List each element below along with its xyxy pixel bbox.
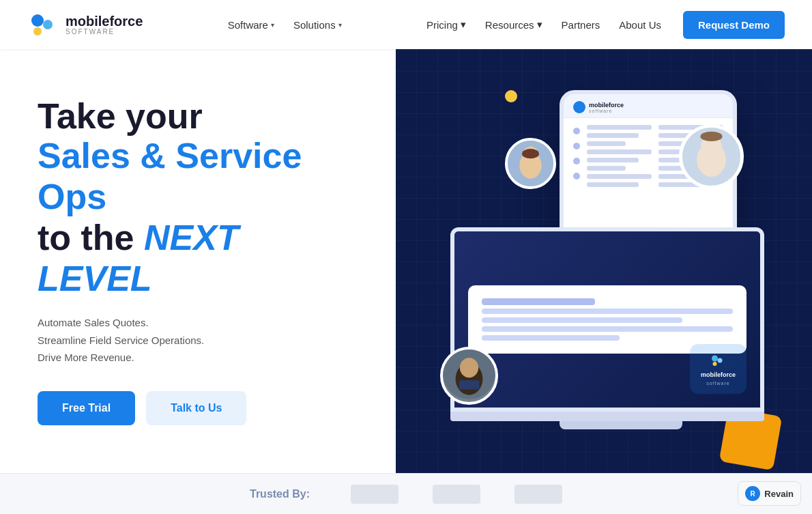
trusted-logo-1 xyxy=(351,485,398,504)
laptop-mockup: mobileforce software xyxy=(450,227,792,439)
request-demo-button[interactable]: Request Demo xyxy=(683,11,785,39)
card-title-line xyxy=(482,298,595,305)
phone-dots-col xyxy=(573,128,580,187)
avatar-man-top-image xyxy=(682,124,740,186)
avatar-woman xyxy=(505,138,556,189)
right-panel: mobileforce software xyxy=(396,49,812,473)
laptop-content-card xyxy=(468,285,746,354)
phone-dot xyxy=(573,128,580,134)
left-panel: Take your Sales & Service Ops to the NEX… xyxy=(0,49,396,473)
card-line xyxy=(482,309,733,314)
phone-dot xyxy=(573,158,580,165)
nav-links-left: Software ▾ Solutions ▾ xyxy=(228,19,342,31)
phone-line xyxy=(587,182,639,187)
phone-logo-dot xyxy=(573,101,585,113)
hero-title-line1: Take your xyxy=(38,97,358,136)
svg-point-5 xyxy=(713,362,717,366)
phone-dot xyxy=(573,143,580,149)
revain-icon: R xyxy=(745,486,760,501)
hero-sub-line3: Drive More Revenue. xyxy=(38,349,358,367)
chevron-down-icon: ▾ xyxy=(271,21,274,29)
mf-device-logo-icon xyxy=(708,352,728,369)
mf-device-brand-sub: software xyxy=(706,381,729,386)
laptop-base xyxy=(450,412,764,421)
nav-item-resources[interactable]: Resources ▾ xyxy=(485,18,542,31)
svg-point-9 xyxy=(522,149,539,158)
revain-badge: R Revain xyxy=(738,481,801,506)
trusted-bar: Trusted By: R Revain xyxy=(0,473,812,514)
phone-logo-text: mobileforce software xyxy=(589,102,624,113)
avatar-man-top xyxy=(679,124,744,189)
phone-line xyxy=(587,166,626,171)
phone-logo-area: mobileforce software xyxy=(573,101,624,113)
svg-point-2 xyxy=(33,27,42,35)
hero-sub-line1: Automate Sales Quotes. xyxy=(38,314,358,332)
phone-line xyxy=(587,174,652,179)
svg-point-0 xyxy=(31,14,44,27)
nav-right-links: Pricing ▾ Resources ▾ Partners About Us xyxy=(426,18,661,31)
phone-dot xyxy=(573,173,580,180)
avatar-man-bottom-image xyxy=(443,347,495,402)
hero-sub-line2: Streamline Field Service Operations. xyxy=(38,332,358,349)
talk-to-us-button[interactable]: Talk to Us xyxy=(146,391,246,425)
svg-text:R: R xyxy=(751,490,756,498)
mf-device-brand: mobileforce xyxy=(701,371,736,378)
main-content: Take your Sales & Service Ops to the NEX… xyxy=(0,49,812,473)
phone-brand-sub: software xyxy=(589,109,624,113)
trusted-logo-2 xyxy=(433,485,480,504)
nav-right: Pricing ▾ Resources ▾ Partners About Us … xyxy=(426,11,785,39)
phone-line xyxy=(587,158,639,162)
svg-point-16 xyxy=(460,358,478,377)
svg-point-1 xyxy=(43,20,53,29)
free-trial-button[interactable]: Free Trial xyxy=(38,391,135,425)
nav-item-software[interactable]: Software ▾ xyxy=(228,19,274,31)
phone-line xyxy=(587,125,652,130)
logo-text: mobileforce xyxy=(66,14,143,28)
hero-title-line3-black: to the xyxy=(38,218,134,257)
laptop-stand xyxy=(560,421,682,429)
phone-col xyxy=(587,125,652,187)
trusted-logos xyxy=(351,485,562,504)
svg-point-4 xyxy=(718,358,723,363)
svg-point-13 xyxy=(700,132,722,141)
phone-brand-text: mobileforce xyxy=(589,102,624,109)
nav-item-solutions[interactable]: Solutions ▾ xyxy=(293,19,342,31)
svg-rect-17 xyxy=(459,380,480,390)
card-line xyxy=(482,326,733,332)
phone-line xyxy=(587,149,652,154)
device-area: mobileforce software xyxy=(437,83,798,459)
chevron-down-icon: ▾ xyxy=(338,21,342,29)
phone-line xyxy=(587,133,639,138)
logo-icon xyxy=(27,8,60,41)
hero-subtitle: Automate Sales Quotes. Streamline Field … xyxy=(38,314,358,367)
chevron-down-icon: ▾ xyxy=(461,18,466,31)
svg-point-3 xyxy=(712,356,718,362)
hero-title-line2: Sales & Service Ops xyxy=(38,136,358,218)
hero-title: Take your Sales & Service Ops to the NEX… xyxy=(38,97,358,299)
logo[interactable]: mobileforce software xyxy=(27,8,143,41)
hero-buttons: Free Trial Talk to Us xyxy=(38,391,358,425)
nav-item-pricing[interactable]: Pricing ▾ xyxy=(426,18,466,31)
trusted-logo-3 xyxy=(514,485,562,504)
nav-item-about-us[interactable]: About Us xyxy=(619,19,661,31)
trusted-label: Trusted By: xyxy=(250,488,310,500)
hero-title-line3: to the NEXT LEVEL xyxy=(38,218,358,300)
navbar: mobileforce software Software ▾ Solution… xyxy=(0,0,812,49)
mf-device-logo: mobileforce software xyxy=(690,344,746,394)
avatar-woman-image xyxy=(508,138,553,186)
chevron-down-icon: ▾ xyxy=(537,18,542,31)
nav-item-partners[interactable]: Partners xyxy=(562,19,600,31)
phone-line xyxy=(587,141,626,146)
avatar-man-bottom xyxy=(440,347,498,405)
revain-label: Revain xyxy=(764,489,794,499)
card-line xyxy=(482,317,682,323)
phone-header: mobileforce software xyxy=(564,94,733,118)
card-line xyxy=(482,335,620,341)
logo-sub: software xyxy=(66,28,143,35)
laptop-screen: mobileforce software xyxy=(450,227,764,412)
